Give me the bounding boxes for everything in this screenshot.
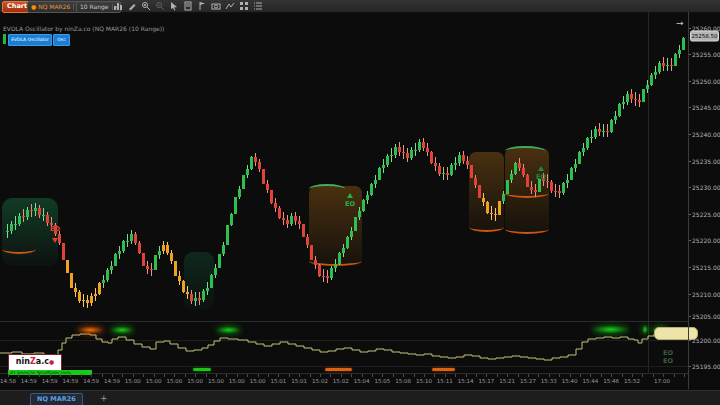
price-axis-label: 25195.00	[692, 363, 720, 370]
time-tick	[247, 374, 248, 377]
time-tick	[653, 374, 654, 377]
time-tick	[133, 374, 134, 377]
time-tick	[310, 374, 311, 377]
time-tick	[414, 374, 415, 377]
time-tick	[611, 374, 612, 377]
time-tick	[39, 374, 40, 377]
time-tick	[102, 374, 103, 377]
time-axis[interactable]: 14:5814:5914:5914:5914:5914:5915:0015:00…	[0, 374, 688, 389]
time-tick	[330, 374, 331, 377]
time-axis-label: 15:00	[125, 378, 141, 384]
time-tick	[528, 374, 529, 377]
signal-pill	[78, 326, 103, 334]
time-tick	[351, 374, 352, 377]
time-axis-label: 15:11	[437, 378, 453, 384]
time-tick	[341, 374, 342, 377]
time-tick	[372, 374, 373, 377]
price-axis-label: 25215.00	[692, 264, 720, 271]
price-axis-label: 25235.00	[692, 158, 720, 165]
time-tick	[289, 374, 290, 377]
time-tick	[684, 374, 685, 377]
time-tick	[476, 374, 477, 377]
price-tick	[689, 107, 691, 108]
price-tick	[689, 28, 691, 29]
time-axis-label: 14:59	[62, 378, 78, 384]
time-tick	[622, 374, 623, 377]
time-axis-label: 15:40	[562, 378, 578, 384]
scroll-to-end-arrow[interactable]: →	[676, 18, 684, 28]
time-axis-label: 15:00	[166, 378, 182, 384]
time-axis-label: 14:59	[104, 378, 120, 384]
time-tick	[403, 374, 404, 377]
time-tick	[8, 374, 9, 377]
time-tick	[393, 374, 394, 377]
time-axis-label: 15:02	[333, 378, 349, 384]
time-tick	[486, 374, 487, 377]
price-tick	[689, 161, 691, 162]
time-tick	[570, 374, 571, 377]
time-axis-label: 15:10	[416, 378, 432, 384]
price-axis-label: 25245.00	[692, 104, 720, 111]
price-axis-label: 25220.00	[692, 237, 720, 244]
time-tick	[206, 374, 207, 377]
price-tick	[689, 366, 691, 367]
time-tick	[663, 374, 664, 377]
signal-pill	[217, 326, 240, 334]
price-tick	[689, 214, 691, 215]
time-axis-label: 15:01	[291, 378, 307, 384]
price-tick	[689, 187, 691, 188]
time-axis-label: 15:46	[603, 378, 619, 384]
time-tick	[601, 374, 602, 377]
signal-pill	[111, 326, 133, 334]
time-tick	[559, 374, 560, 377]
time-axis-label: 15:00	[250, 378, 266, 384]
time-tick	[258, 374, 259, 377]
time-tick	[507, 374, 508, 377]
time-axis-label: 15:27	[520, 378, 536, 384]
time-tick	[143, 374, 144, 377]
time-tick	[299, 374, 300, 377]
time-tick	[424, 374, 425, 377]
time-tick	[226, 374, 227, 377]
time-tick	[642, 374, 643, 377]
time-axis-label: 15:00	[208, 378, 224, 384]
signal-pill	[593, 325, 628, 334]
add-tab-button[interactable]: +	[100, 393, 108, 404]
price-axis-label: 25205.00	[692, 313, 720, 320]
time-tick	[195, 374, 196, 377]
last-price-tag: 25258.50	[690, 30, 719, 41]
price-axis-label: 25250.00	[692, 78, 720, 85]
time-tick	[549, 374, 550, 377]
ninjatrader-chart-window: Chart ● NQ MAR26▾ 10 Range▾ EVDLA Oscill…	[0, 0, 720, 405]
time-tick	[216, 374, 217, 377]
price-axis[interactable]: 25260.0025255.0025250.0025245.0025240.00…	[689, 12, 720, 374]
time-tick	[164, 374, 165, 377]
time-tick	[455, 374, 456, 377]
time-tick	[29, 374, 30, 377]
time-axis-label: 15:04	[354, 378, 370, 384]
workspace-tab[interactable]: NQ MAR26	[30, 393, 83, 405]
workspace-tab-bar: NQ MAR26 +	[0, 390, 720, 405]
price-tick	[689, 54, 691, 55]
time-axis-label: 15:44	[582, 378, 598, 384]
time-tick	[674, 374, 675, 377]
time-axis-label: 15:00	[187, 378, 203, 384]
time-axis-label: 14:58	[0, 378, 16, 384]
time-tick	[122, 374, 123, 377]
time-axis-label: 15:01	[270, 378, 286, 384]
time-tick	[174, 374, 175, 377]
time-tick	[497, 374, 498, 377]
time-tick	[268, 374, 269, 377]
time-tick	[580, 374, 581, 377]
time-tick	[518, 374, 519, 377]
price-axis-label: 25230.00	[692, 184, 720, 191]
price-axis-label: 25255.00	[692, 51, 720, 58]
time-axis-label: 15:21	[499, 378, 515, 384]
time-tick	[185, 374, 186, 377]
time-tick	[81, 374, 82, 377]
price-tick	[689, 267, 691, 268]
price-tick	[689, 340, 691, 341]
signal-dash	[325, 368, 352, 371]
time-axis-label: 15:17	[478, 378, 494, 384]
price-tick	[689, 240, 691, 241]
